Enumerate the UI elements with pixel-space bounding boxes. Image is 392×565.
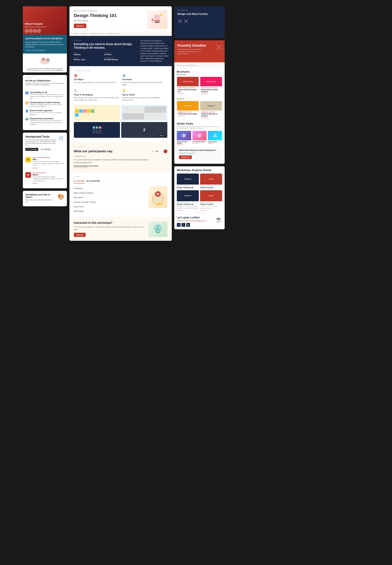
- screenshot-4: 2 Phase 2: [121, 122, 167, 138]
- interested-svg: [151, 223, 165, 235]
- events-card: Workshops, Projects, Events Workshop Wor…: [174, 166, 225, 229]
- workshop-badge: INTRODUCTORY WORKSHOP: [74, 10, 147, 12]
- human-desc: We do work that impacts lives, you are o…: [30, 112, 64, 116]
- brochure-1-thumb: About Foundry: [177, 77, 199, 86]
- behance-icon[interactable]: Be: [186, 223, 190, 227]
- accessibility-desc: We believe the ability to design and sha…: [30, 94, 64, 99]
- agenda-illustration: [148, 186, 167, 208]
- event-4-thumb-text: Project: [209, 195, 214, 197]
- testimonial-event: UX Pakistan 2019: [74, 155, 149, 157]
- agenda-item-3: Why bother?: [74, 195, 145, 200]
- agenda-tab-first[interactable]: 01. First Half: [74, 180, 84, 184]
- coffee-email-link[interactable]: anumharoon96@gmail.com: [187, 220, 206, 222]
- awareness-download-1[interactable]: Visit Foundry →: [178, 115, 198, 117]
- event-3: Workshop Workshop · 5 Sep 2020 Design Th…: [177, 190, 199, 211]
- request-button[interactable]: Request: [74, 24, 86, 28]
- nav-next-btn[interactable]: ›: [164, 149, 167, 153]
- nav-prev-btn[interactable]: ‹: [159, 149, 163, 153]
- awareness-info-2: Awareness · Info Pack COVID-19 Directory…: [200, 111, 222, 120]
- nav-prev: 01: [152, 150, 154, 153]
- tab-ux-design[interactable]: 01. UX Design: [25, 148, 38, 151]
- ddf-sub: About Foundry: [177, 9, 222, 11]
- interested-title: Interested in this workshop?: [74, 221, 145, 225]
- share-title: Something you'd like to share?: [25, 193, 56, 198]
- interested-illustration: [148, 221, 167, 237]
- miro-explore[interactable]: Explore →: [33, 167, 64, 169]
- teal-body: build our approach to design and utiliza…: [25, 41, 64, 48]
- teal-link[interactable]: Foundry design experiences: [25, 49, 64, 51]
- teal-heading: push boundaries across disciplines: [25, 37, 64, 40]
- interdisciplinary-desc: Integrated knowledge gained from differe…: [30, 104, 64, 108]
- svg-rect-4: [154, 20, 160, 21]
- testimonial-heading: What our participants say.: [74, 149, 149, 153]
- right-panel: About Foundry Design and Data Foundry ✕ …: [174, 6, 225, 229]
- goodies-pattern: ✕: [215, 42, 223, 53]
- agenda-tab-second[interactable]: 02. Second Half: [87, 180, 100, 184]
- svg-rect-7: [152, 19, 154, 21]
- sticker-logo-download[interactable]: Download →: [208, 142, 222, 144]
- miro-icon: M: [25, 157, 31, 163]
- event-3-learn[interactable]: Learn more →: [177, 210, 199, 211]
- awareness-title-2: COVID-19 Directory in Pakistan: [201, 113, 221, 117]
- workshop-title-area: INTRODUCTORY WORKSHOP Design Thinking 10…: [74, 10, 147, 28]
- sticker-logo: Logo Stickers Download →: [208, 131, 222, 145]
- sticky-pink-1: [83, 109, 86, 113]
- level-value: Beginner: [74, 54, 102, 56]
- share-illustration: 🎨: [57, 193, 64, 200]
- brochure-1-title: Design and Data Foundry A-Z: [178, 89, 198, 93]
- workshop-hero-illustration: [147, 10, 167, 29]
- foundry-byline: By making design more accessible we make…: [23, 66, 67, 72]
- awareness-section: Awareness Awareness Awareness · Info Pac…: [177, 98, 222, 120]
- contact-us-btn[interactable]: Contact Us: [179, 155, 192, 159]
- accessibility-title: Accessibility for all: [30, 91, 64, 94]
- interdisciplinary-title: Interdisciplinary Problem Solving: [30, 101, 64, 104]
- tools-title: Handpicked Tools: [25, 135, 58, 138]
- participants-label: Participants: [104, 57, 133, 59]
- human-title: Human Centric Approach: [30, 110, 64, 112]
- awareness-label-2: Awareness · Info Pack: [201, 112, 221, 113]
- event-4-desc: Learn how Foundry was set up, planning y…: [200, 206, 222, 209]
- event-4-type: Project · 01 Jun 2021: [200, 202, 222, 203]
- tab-ui-design[interactable]: 02. UI Design: [40, 148, 52, 151]
- values-section: ♿ Accessibility for all We believe the a…: [23, 89, 67, 130]
- goodies-desc: Everything you can get from the heart of…: [177, 48, 203, 55]
- whys-title: The Whys: [74, 78, 119, 81]
- ddf-title: Design and Data Foundry: [177, 13, 222, 16]
- testimonial-author: Muhammad Mohsin Pervaiz Butt: [74, 165, 149, 167]
- community-title: Empowering Communities: [30, 117, 64, 120]
- agenda-item-1: Introduction: [74, 186, 145, 191]
- brochure-2-label: About Foundry · Info Pack: [201, 87, 221, 88]
- sticker-design-download[interactable]: Download →: [177, 144, 191, 145]
- sticker-ux-download[interactable]: Download →: [192, 142, 207, 144]
- twitter-icon[interactable]: t: [182, 223, 185, 227]
- ddf-decoration: ✕ ✕: [177, 18, 222, 25]
- coffee-contact: Contact me at anumharoon96@gmail.com: [177, 220, 206, 222]
- awareness-download-2[interactable]: Visit Website →: [201, 117, 221, 119]
- linkedin-icon[interactable]: in: [177, 223, 181, 227]
- tools-sub: All of our must-have tools leading desig…: [25, 139, 58, 146]
- interested-request-btn[interactable]: Request: [74, 233, 86, 237]
- svg-point-20: [159, 227, 160, 228]
- workshop-title: Design Thinking 101: [74, 13, 147, 18]
- tools-header: Handpicked Tools All of our must-have to…: [23, 133, 67, 155]
- event-4-learn[interactable]: Learn more →: [200, 210, 222, 211]
- screenshots-grid: It starts with a problem: [70, 105, 172, 142]
- main-container: About Foundry About from you, Design can…: [23, 6, 369, 241]
- awareness-title-1: COVID-19 Common Myths: [178, 113, 198, 115]
- zoom-box-1: [123, 106, 144, 113]
- brochure-1-download[interactable]: Download →: [178, 93, 198, 95]
- sticky-yellow-2: [87, 109, 90, 113]
- brochure-2-download[interactable]: Download →: [201, 93, 221, 95]
- svg-point-6: [160, 14, 162, 16]
- interdisciplinary-icon: 🔀: [25, 101, 28, 104]
- sticker-design: Design Themed Stickers Download →: [177, 131, 191, 145]
- miro-name: Miro: [33, 158, 64, 161]
- mural-explore[interactable]: Explore →: [33, 183, 64, 184]
- sticker-ux-svg: [196, 132, 203, 139]
- ddf-card: About Foundry Design and Data Foundry ✕ …: [174, 6, 225, 38]
- ss4-label: Phase 2: [159, 135, 166, 137]
- hows-desc: Learn how the Design Cycle works and its…: [122, 81, 167, 86]
- zoom-grid: [123, 106, 166, 120]
- testimonial-text: "It's a great opportunity and platform t…: [74, 158, 149, 164]
- value-item-community: 🌍 Empowering Communities Enabling people…: [25, 117, 64, 126]
